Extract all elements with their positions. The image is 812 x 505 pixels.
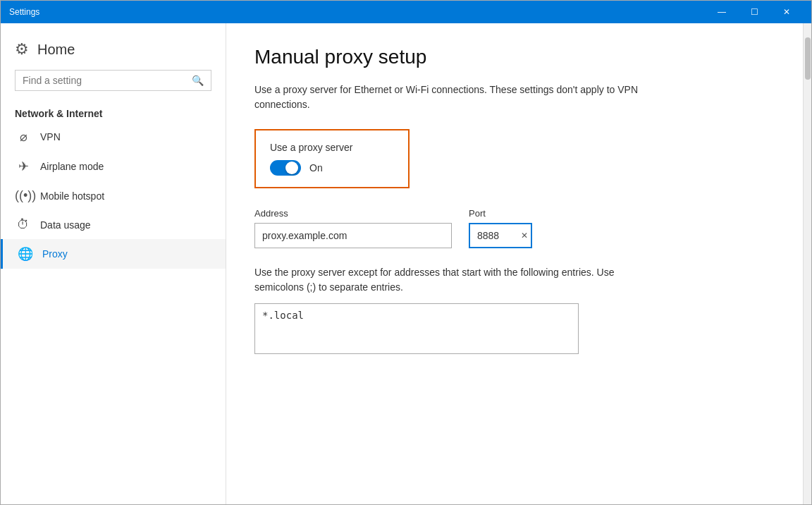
main-content: Manual proxy setup Use a proxy server fo… xyxy=(226,23,803,504)
home-label: Home xyxy=(37,42,75,58)
toggle-knob xyxy=(285,162,298,174)
address-label: Address xyxy=(254,208,452,219)
port-label: Port xyxy=(469,208,532,219)
port-wrapper: ✕ xyxy=(469,223,532,248)
vpn-icon: ⌀ xyxy=(15,129,32,145)
toggle-row: On xyxy=(270,160,394,176)
data-label: Data usage xyxy=(40,219,91,231)
toggle-status: On xyxy=(309,162,323,174)
sidebar: ⚙ Home 🔍 Network & Internet ⌀ VPN ✈ Airp… xyxy=(1,23,226,504)
exception-description: Use the proxy server except for addresse… xyxy=(254,265,649,295)
section-label: Network & Internet xyxy=(1,102,226,122)
titlebar: Settings — ☐ ✕ xyxy=(1,1,811,23)
window-controls: — ☐ ✕ xyxy=(706,1,803,23)
sidebar-home[interactable]: ⚙ Home xyxy=(1,35,226,70)
proxy-icon: 🌐 xyxy=(17,246,34,262)
main-scroll-thumb[interactable] xyxy=(805,37,811,80)
hotspot-icon: ((•)) xyxy=(15,188,32,203)
airplane-icon: ✈ xyxy=(15,159,32,174)
proxy-label: Proxy xyxy=(42,248,68,260)
window-title: Settings xyxy=(9,7,706,17)
port-clear-icon[interactable]: ✕ xyxy=(521,231,528,241)
exception-input[interactable] xyxy=(254,303,579,354)
sidebar-item-proxy[interactable]: 🌐 Proxy xyxy=(1,239,226,269)
search-input[interactable] xyxy=(23,75,186,86)
minimize-button[interactable]: — xyxy=(706,1,738,23)
search-icon: 🔍 xyxy=(192,75,204,86)
hotspot-label: Mobile hotspot xyxy=(40,190,104,202)
fields-row: Address Port ✕ xyxy=(254,208,775,248)
page-title: Manual proxy setup xyxy=(254,46,775,68)
proxy-toggle-switch[interactable] xyxy=(270,160,301,176)
sidebar-item-data[interactable]: ⏱ Data usage xyxy=(1,210,226,239)
close-button[interactable]: ✕ xyxy=(770,1,803,23)
sidebar-item-vpn[interactable]: ⌀ VPN xyxy=(1,122,226,152)
content-area: ⚙ Home 🔍 Network & Internet ⌀ VPN ✈ Airp… xyxy=(1,23,811,504)
address-field-group: Address xyxy=(254,208,452,248)
main-scrollbar xyxy=(803,23,811,504)
maximize-button[interactable]: ☐ xyxy=(738,1,770,23)
search-box: 🔍 xyxy=(15,70,211,91)
vpn-label: VPN xyxy=(40,131,61,142)
proxy-toggle-box: Use a proxy server On xyxy=(254,129,410,188)
data-icon: ⏱ xyxy=(15,217,32,232)
airplane-label: Airplane mode xyxy=(40,161,104,172)
proxy-toggle-label: Use a proxy server xyxy=(270,142,394,153)
port-field-group: Port ✕ xyxy=(469,208,532,248)
home-icon: ⚙ xyxy=(15,40,29,59)
sidebar-item-hotspot[interactable]: ((•)) Mobile hotspot xyxy=(1,181,226,210)
sidebar-item-airplane[interactable]: ✈ Airplane mode xyxy=(1,152,226,181)
settings-window: Settings — ☐ ✕ ⚙ Home 🔍 Network & Intern… xyxy=(0,0,812,505)
address-input[interactable] xyxy=(254,223,452,248)
description-text: Use a proxy server for Ethernet or Wi-Fi… xyxy=(254,83,649,112)
